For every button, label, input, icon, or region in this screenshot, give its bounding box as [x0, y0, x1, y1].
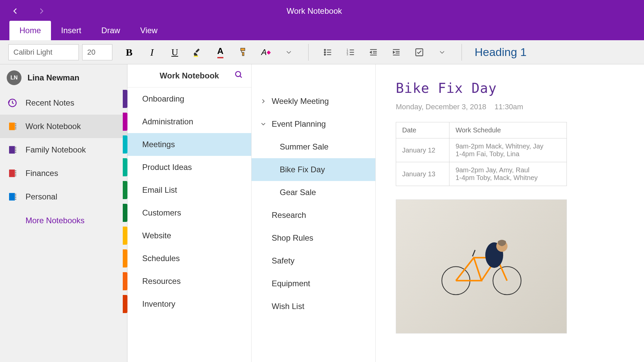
font-dropdown[interactable]: [279, 42, 299, 62]
page-item[interactable]: Bike Fix Day: [252, 158, 375, 181]
section-item[interactable]: Administration: [127, 110, 251, 133]
tab-home[interactable]: Home: [9, 21, 51, 40]
user-avatar: LN: [7, 70, 21, 85]
paragraph-dropdown[interactable]: [432, 42, 452, 62]
bullet-list-button[interactable]: [318, 42, 338, 62]
table-row[interactable]: January 139am-2pm Jay, Amy, Raul1-4pm To…: [396, 162, 567, 186]
table-cell[interactable]: January 12: [396, 138, 449, 162]
svg-rect-34: [15, 170, 16, 171]
section-item[interactable]: Product Ideas: [127, 156, 251, 179]
format-painter-button[interactable]: [233, 42, 253, 62]
page-item[interactable]: Weekly Meeting: [252, 90, 375, 113]
font-name-input[interactable]: [8, 44, 79, 60]
section-item[interactable]: Website: [127, 224, 251, 247]
section-color-tab: [123, 204, 127, 222]
embedded-image[interactable]: [396, 199, 567, 334]
tab-draw[interactable]: Draw: [91, 21, 130, 40]
font-size-input[interactable]: [82, 44, 112, 60]
underline-button[interactable]: U: [165, 42, 185, 62]
section-label: Inventory: [142, 299, 175, 309]
svg-rect-29: [15, 147, 16, 148]
svg-point-43: [235, 71, 240, 76]
section-item[interactable]: Meetings: [127, 133, 251, 156]
expand-icon: [260, 121, 267, 127]
svg-rect-42: [15, 199, 16, 200]
svg-point-1: [324, 49, 326, 51]
section-item[interactable]: Inventory: [127, 293, 251, 315]
table-cell[interactable]: 9am-2pm Mack, Whitney, Jay1-4pm Fai, Tob…: [449, 138, 567, 162]
page-item[interactable]: Summer Sale: [252, 135, 375, 158]
page-item[interactable]: Safety: [252, 249, 375, 272]
page-item[interactable]: Research: [252, 204, 375, 227]
section-color-tab: [123, 227, 127, 245]
notebook-label: Finances: [25, 169, 58, 178]
italic-button[interactable]: I: [142, 42, 162, 62]
increase-indent-button[interactable]: [386, 42, 407, 62]
svg-rect-33: [9, 170, 15, 177]
tab-insert[interactable]: Insert: [51, 21, 91, 40]
numbered-list-button[interactable]: 123: [341, 42, 361, 62]
svg-rect-25: [15, 125, 16, 126]
page-label: Summer Sale: [280, 142, 328, 152]
page-item[interactable]: Shop Rules: [252, 227, 375, 249]
section-label: Resources: [142, 277, 181, 286]
page-item[interactable]: Event Planning: [252, 113, 375, 135]
forward-button[interactable]: [36, 6, 47, 16]
recent-notes-item[interactable]: Recent Notes: [0, 91, 127, 115]
back-button[interactable]: [10, 6, 21, 16]
svg-rect-39: [15, 194, 16, 195]
page-item[interactable]: Wish List: [252, 295, 375, 318]
section-label: Product Ideas: [142, 163, 192, 172]
page-item[interactable]: Equipment: [252, 272, 375, 295]
svg-text:3: 3: [346, 53, 348, 56]
svg-rect-32: [15, 152, 16, 153]
notebook-label: Work Notebook: [25, 122, 81, 131]
page-item[interactable]: Gear Sale: [252, 181, 375, 204]
page-title[interactable]: Bike Fix Day: [396, 80, 624, 96]
svg-rect-30: [15, 148, 16, 149]
clear-formatting-button[interactable]: A◆: [256, 42, 276, 62]
svg-rect-37: [15, 175, 16, 176]
section-item[interactable]: Email List: [127, 179, 251, 201]
section-label: Schedules: [142, 254, 180, 263]
ribbon-tabs: HomeInsertDrawView: [0, 22, 644, 40]
highlight-button[interactable]: [187, 42, 208, 62]
schedule-table[interactable]: DateWork Schedule January 129am-2pm Mack…: [396, 122, 567, 186]
table-cell[interactable]: January 13: [396, 162, 449, 186]
section-color-tab: [123, 272, 127, 290]
search-button[interactable]: [234, 70, 243, 81]
titlebar: Work Notebook: [0, 0, 644, 22]
table-row[interactable]: January 129am-2pm Mack, Whitney, Jay1-4p…: [396, 138, 567, 162]
font-color-button[interactable]: A: [210, 42, 230, 62]
bold-button[interactable]: B: [119, 42, 139, 62]
todo-tag-button[interactable]: [409, 42, 429, 62]
section-label: Meetings: [142, 140, 175, 149]
section-item[interactable]: Resources: [127, 270, 251, 293]
notebook-label: Family Notebook: [25, 145, 86, 155]
notebook-item[interactable]: Family Notebook: [0, 138, 127, 162]
svg-rect-41: [15, 197, 16, 198]
window-title: Work Notebook: [62, 6, 634, 16]
more-notebooks-link[interactable]: More Notebooks: [0, 208, 127, 233]
table-cell[interactable]: 9am-2pm Jay, Amy, Raul1-4pm Toby, Mack, …: [449, 162, 567, 186]
page-content[interactable]: Bike Fix Day Monday, December 3, 2018 11…: [376, 64, 644, 362]
toolbar-divider: [308, 44, 309, 61]
tab-view[interactable]: View: [130, 21, 168, 40]
section-color-tab: [123, 113, 127, 131]
notebook-item[interactable]: Work Notebook: [0, 115, 127, 138]
notebook-item[interactable]: Finances: [0, 162, 127, 185]
notebook-item[interactable]: Personal: [0, 185, 127, 208]
user-account[interactable]: LN Lina Newman: [0, 64, 127, 91]
style-selector[interactable]: Heading 1: [468, 46, 527, 59]
decrease-indent-button[interactable]: [364, 42, 384, 62]
page-label: Weekly Meeting: [272, 97, 329, 106]
section-item[interactable]: Customers: [127, 201, 251, 224]
page-label: Event Planning: [272, 119, 326, 129]
svg-rect-31: [15, 150, 16, 151]
section-color-tab: [123, 135, 127, 154]
section-color-tab: [123, 158, 127, 176]
svg-rect-27: [15, 128, 16, 129]
section-item[interactable]: Onboarding: [127, 87, 251, 110]
section-label: Customers: [142, 208, 181, 218]
section-item[interactable]: Schedules: [127, 247, 251, 270]
